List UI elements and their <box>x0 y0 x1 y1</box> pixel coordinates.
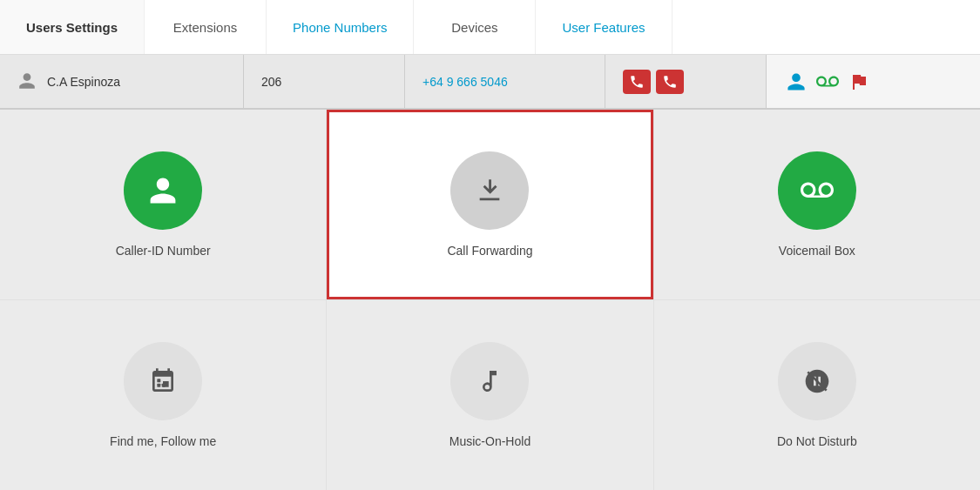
find-me-label: Find me, Follow me <box>110 434 216 448</box>
feature-call-forwarding[interactable]: Call Forwarding <box>327 110 652 299</box>
nav-user-features[interactable]: User Features <box>536 0 672 54</box>
dnd-label: Do Not Disturb <box>777 434 857 448</box>
svg-rect-0 <box>157 379 160 382</box>
dnd-icon-circle <box>778 342 856 420</box>
svg-rect-2 <box>162 384 166 387</box>
feature-user-icon[interactable] <box>784 70 808 94</box>
find-me-icon-circle <box>124 342 202 420</box>
caller-id-icon-circle <box>124 151 202 230</box>
nav-phone-numbers[interactable]: Phone Numbers <box>267 0 414 54</box>
user-person-icon <box>17 71 38 92</box>
nav-devices[interactable]: Devices <box>414 0 536 54</box>
feature-music-on-hold[interactable]: Music-On-Hold <box>327 300 652 490</box>
user-row: C.A Espinoza 206 +64 9 666 5046 <box>0 55 980 109</box>
nav-users-settings[interactable]: Users Settings <box>0 0 145 54</box>
extension-value: 206 <box>261 75 281 89</box>
device-button-2[interactable] <box>656 70 684 94</box>
phone-value: +64 9 666 5046 <box>422 75 508 89</box>
voicemail-label: Voicemail Box <box>779 244 855 258</box>
feature-caller-id[interactable]: Caller-ID Number <box>0 110 326 299</box>
feature-grid: Caller-ID Number Call Forwarding Voicema… <box>0 109 980 490</box>
devices-cell <box>605 55 767 108</box>
voicemail-icon-circle <box>778 151 856 230</box>
feature-find-me[interactable]: Find me, Follow me <box>0 300 326 490</box>
music-on-hold-label: Music-On-Hold <box>449 434 531 448</box>
user-name-cell: C.A Espinoza <box>0 55 244 108</box>
top-navigation: Users Settings Extensions Phone Numbers … <box>0 0 980 55</box>
feature-dnd[interactable]: Do Not Disturb <box>654 300 980 490</box>
user-name: C.A Espinoza <box>47 75 120 89</box>
feature-grid-wrapper: Caller-ID Number Call Forwarding Voicema… <box>0 109 980 490</box>
call-forwarding-icon-circle <box>450 151 529 230</box>
feature-voicemail-box[interactable]: Voicemail Box <box>654 110 980 299</box>
caller-id-label: Caller-ID Number <box>116 244 211 258</box>
feature-voicemail-icon[interactable] <box>815 70 840 94</box>
call-forwarding-label: Call Forwarding <box>447 244 532 258</box>
svg-rect-1 <box>157 384 160 387</box>
device-button-1[interactable] <box>623 70 651 94</box>
extension-cell: 206 <box>244 55 405 108</box>
phone-cell: +64 9 666 5046 <box>405 55 605 108</box>
music-icon-circle <box>450 342 529 420</box>
features-header-cell <box>767 55 980 108</box>
feature-flag-icon[interactable] <box>847 70 871 94</box>
nav-extensions[interactable]: Extensions <box>145 0 267 54</box>
